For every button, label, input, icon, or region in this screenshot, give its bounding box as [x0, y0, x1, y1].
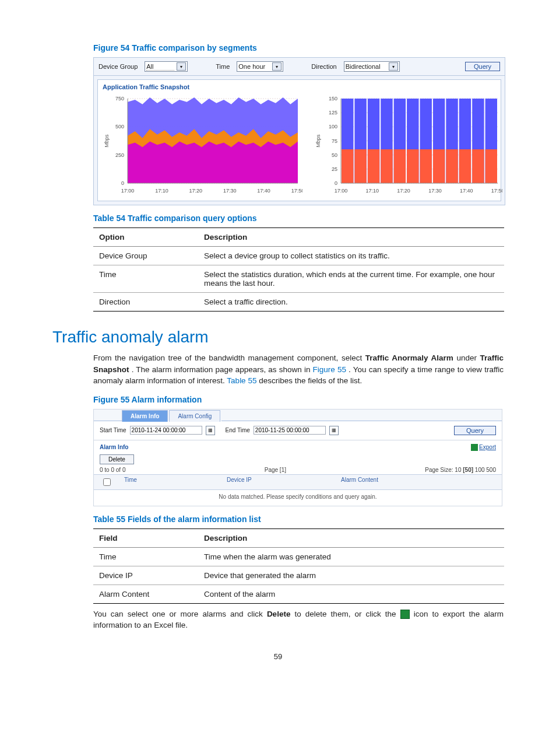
- table55-header-field: Field: [93, 528, 198, 547]
- svg-rect-33: [342, 149, 353, 183]
- svg-rect-55: [485, 149, 497, 183]
- calendar-icon[interactable]: ▦: [206, 426, 215, 435]
- text-bold: Delete: [267, 610, 291, 618]
- svg-text:250: 250: [115, 152, 124, 158]
- svg-text:17:30: 17:30: [223, 188, 237, 194]
- pager-size-selected[interactable]: [50]: [463, 467, 473, 473]
- pager: 0 to 0 of 0 Page [1] Page Size: 10 [50] …: [94, 466, 502, 474]
- cell: Select a traffic direction.: [198, 293, 504, 312]
- svg-text:0: 0: [335, 180, 337, 186]
- section-intro-paragraph: From the navigation tree of the bandwidt…: [93, 352, 504, 387]
- tab-alarm-config[interactable]: Alarm Config: [169, 410, 220, 422]
- snapshot-title: Application Traffic Snapshot: [103, 83, 497, 90]
- page-number: 59: [52, 652, 504, 661]
- text: You can select one or more alarms and cl…: [93, 610, 267, 618]
- cell: Time: [93, 265, 198, 293]
- time-label: Time: [216, 63, 230, 70]
- tab-alarm-info[interactable]: Alarm Info: [122, 410, 168, 422]
- table54: Option Description Device GroupSelect a …: [93, 228, 504, 312]
- figure55-panel: Alarm Info Alarm Config Start Time ▦ End…: [93, 409, 502, 506]
- svg-rect-35: [354, 149, 366, 183]
- link-figure55[interactable]: Figure 55: [313, 365, 346, 374]
- svg-rect-45: [420, 149, 432, 183]
- table-row: Alarm ContentContent of the alarm: [93, 584, 504, 603]
- cell: Time when the alarm was generated: [198, 547, 504, 566]
- svg-text:17:00: 17:00: [335, 188, 348, 194]
- text: 100 500: [473, 467, 496, 473]
- svg-text:17:40: 17:40: [460, 188, 473, 194]
- start-time-label: Start Time: [100, 427, 126, 433]
- alarm-info-header: Alarm Info Export: [94, 440, 502, 453]
- svg-text:17:50: 17:50: [491, 188, 502, 194]
- query-button[interactable]: Query: [465, 62, 500, 71]
- text: Page Size: 10: [425, 467, 463, 473]
- figure55-caption: Figure 55 Alarm information: [93, 395, 504, 404]
- svg-text:17:50: 17:50: [291, 188, 302, 194]
- cell: Content of the alarm: [198, 584, 504, 603]
- delete-button[interactable]: Delete: [100, 454, 134, 464]
- table54-caption: Table 54 Traffic comparison query option…: [93, 214, 504, 223]
- time-select[interactable]: One hour ▾: [237, 61, 283, 72]
- link-table55[interactable]: Table 55: [227, 376, 256, 385]
- column-device-ip[interactable]: Device IP: [222, 475, 336, 489]
- text: to delete them, or click the: [294, 610, 400, 618]
- start-time-input[interactable]: [130, 426, 202, 435]
- alarm-actions: Delete: [94, 453, 502, 466]
- svg-text:17:30: 17:30: [428, 188, 442, 194]
- query-button[interactable]: Query: [454, 426, 496, 435]
- text: under: [456, 354, 480, 362]
- svg-text:Mbps: Mbps: [315, 134, 321, 148]
- column-time[interactable]: Time: [119, 475, 222, 489]
- table-row: DirectionSelect a traffic direction.: [93, 293, 504, 312]
- tab-bar: Alarm Info Alarm Config: [94, 410, 502, 421]
- svg-rect-39: [381, 149, 392, 183]
- select-all-checkbox[interactable]: [103, 478, 111, 486]
- time-value: One hour: [238, 63, 270, 70]
- text: describes the fields of the list.: [259, 376, 362, 385]
- table-row: TimeTime when the alarm was generated: [93, 547, 504, 566]
- figure54-toolbar: Device Group All ▾ Time One hour ▾ Direc…: [94, 58, 505, 76]
- cell: Device IP: [93, 566, 198, 584]
- chart-right: 0255075100125150Mbps17:0017:1017:2017:30…: [313, 94, 502, 196]
- svg-text:17:00: 17:00: [121, 188, 135, 194]
- chevron-down-icon: ▾: [272, 62, 281, 71]
- cell: Device that generated the alarm: [198, 566, 504, 584]
- svg-rect-51: [459, 149, 471, 183]
- device-group-select[interactable]: All ▾: [145, 61, 188, 72]
- device-group-value: All: [146, 63, 174, 71]
- end-time-input[interactable]: [254, 426, 326, 435]
- svg-text:17:40: 17:40: [257, 188, 270, 194]
- direction-select[interactable]: Bidirectional ▾: [344, 61, 400, 72]
- table55-caption: Table 55 Fields of the alarm information…: [93, 514, 504, 524]
- chevron-down-icon: ▾: [389, 62, 398, 71]
- svg-text:17:10: 17:10: [366, 188, 379, 194]
- svg-text:150: 150: [329, 96, 337, 102]
- cell: Select the statistics duration, which en…: [198, 265, 504, 293]
- calendar-icon[interactable]: ▦: [329, 426, 339, 435]
- cell: Time: [93, 547, 198, 566]
- closing-paragraph: You can select one or more alarms and cl…: [93, 608, 504, 631]
- svg-text:0: 0: [121, 180, 124, 186]
- device-group-label: Device Group: [98, 63, 138, 70]
- export-label: Export: [479, 444, 496, 450]
- column-alarm-content[interactable]: Alarm Content: [336, 475, 502, 489]
- section-heading: Traffic anomaly alarm: [52, 328, 504, 346]
- svg-text:17:20: 17:20: [397, 188, 410, 194]
- grid-header: Time Device IP Alarm Content: [94, 474, 502, 490]
- cell: Device Group: [93, 247, 198, 265]
- svg-text:25: 25: [332, 166, 337, 172]
- svg-text:17:10: 17:10: [155, 188, 168, 194]
- svg-rect-43: [407, 149, 418, 183]
- application-traffic-snapshot: Application Traffic Snapshot 0250500750M…: [97, 79, 501, 201]
- chevron-down-icon: ▾: [177, 62, 186, 71]
- text-bold: Traffic Anormaly Alarm: [365, 354, 453, 362]
- direction-label: Direction: [311, 63, 336, 70]
- svg-text:50: 50: [332, 152, 337, 158]
- svg-text:500: 500: [115, 124, 124, 130]
- table-row: TimeSelect the statistics duration, whic…: [93, 265, 504, 293]
- export-link[interactable]: Export: [471, 444, 496, 451]
- table-row: Device GroupSelect a device group to col…: [93, 247, 504, 265]
- filter-bar: Start Time ▦ End Time ▦ Query: [94, 421, 502, 440]
- svg-rect-53: [472, 149, 484, 183]
- pager-page: Page [1]: [125, 467, 425, 473]
